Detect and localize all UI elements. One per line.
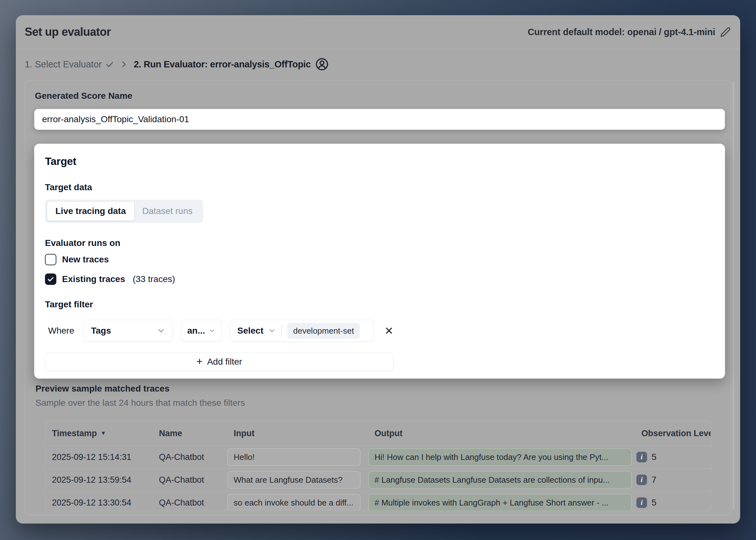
existing-traces-count: (33 traces) [133,274,175,284]
default-model-label: Current default model: openai / gpt-4.1-… [528,27,715,37]
existing-traces-label: Existing traces [62,274,125,284]
observation-level-count: 5 [652,497,657,508]
new-traces-checkbox[interactable] [45,254,56,265]
table-body: 2025-09-12 15:14:31 QA-Chatbot Hello! Hi… [46,445,711,511]
filter-row: Where Tags an... Select [45,320,396,342]
observation-level-count: 7 [652,475,657,485]
dialog-scrollbar[interactable] [733,82,734,510]
output-preview-chip: # Multiple invokes with LangGraph + Lang… [368,494,632,511]
input-preview-chip: What are Langfuse Datasets? [227,471,361,489]
observation-level-count: 5 [652,452,657,462]
breadcrumb-step-run-evaluator: 2. Run Evaluator: error-analysis_OffTopi… [134,58,328,71]
tab-dataset-runs[interactable]: Dataset runs [134,202,201,220]
preview-traces-table: Timestamp ▼ Name Input Output Observatio… [45,421,711,511]
filter-value-placeholder: Select [237,326,263,336]
breadcrumb: 1. Select Evaluator 2. Run Evaluator: er… [25,58,329,71]
preview-title: Preview sample matched traces [36,384,169,394]
filter-operator-value: an... [187,326,205,336]
generated-score-name-label: Generated Score Name [35,91,132,101]
chevron-down-icon [268,327,276,335]
timestamp-cell: 2025-09-12 13:30:54 [46,498,153,508]
target-data-label: Target data [45,182,92,193]
evaluator-config-panel: Generated Score Name Target Target data … [25,80,731,515]
output-preview-chip: Hi! How can I help with Langfuse today? … [368,448,632,466]
filter-value-select[interactable]: Select development-set [230,320,374,342]
target-filter-label: Target filter [45,300,93,310]
chevron-right-icon [120,60,128,68]
vertical-divider [281,324,282,338]
output-cell: # Langfuse Datasets Langfuse Datasets ar… [368,471,635,489]
filter-column-value: Tags [91,326,111,336]
chevron-down-icon [157,326,166,335]
add-filter-label: Add filter [207,357,242,367]
generated-score-name-input[interactable] [34,109,725,130]
new-traces-label: New traces [62,254,109,265]
target-data-tabs: Live tracing data Dataset runs [45,200,203,223]
filter-column-select[interactable]: Tags [83,320,173,342]
target-card: Target Target data Live tracing data Dat… [34,144,725,379]
observation-levels-cell: i 7 [635,474,711,485]
filter-operator-select[interactable]: an... [181,320,222,342]
page-title: Set up evaluator [25,25,111,39]
output-cell: # Multiple invokes with LangGraph + Lang… [368,494,635,511]
timestamp-header-label: Timestamp [52,429,97,438]
edit-model-pencil-icon[interactable] [720,27,731,37]
user-circle-icon [315,58,329,71]
input-cell: Hello! [227,448,368,466]
timestamp-cell: 2025-09-12 13:59:54 [46,475,153,485]
remove-filter-icon[interactable]: ✕ [382,324,396,338]
setup-evaluator-dialog: Set up evaluator Current default model: … [16,15,740,523]
plus-icon: + [196,355,203,367]
chevron-down-icon [209,327,216,334]
default-model-note: Current default model: openai / gpt-4.1-… [528,27,731,37]
table-header-row: Timestamp ▼ Name Input Output Observatio… [46,421,711,445]
existing-traces-option: Existing traces (33 traces) [45,273,175,285]
evaluator-runs-on-label: Evaluator runs on [45,238,120,248]
column-header-name: Name [153,429,227,438]
where-label: Where [48,326,74,336]
sort-descending-icon: ▼ [101,430,106,437]
tab-live-tracing-data[interactable]: Live tracing data [47,202,134,220]
target-title: Target [45,155,76,168]
check-icon [105,60,114,69]
output-preview-chip: # Langfuse Datasets Langfuse Datasets ar… [368,471,632,489]
existing-traces-checkbox[interactable] [45,273,56,285]
input-preview-chip: so each invoke should be a diff... [227,494,361,511]
input-cell: What are Langfuse Datasets? [227,471,368,489]
step1-label: 1. Select Evaluator [25,59,102,69]
dialog-header: Set up evaluator Current default model: … [16,15,740,50]
observation-levels-cell: i 5 [635,452,711,463]
name-cell: QA-Chatbot [153,498,227,508]
column-header-observation-levels: Observation Levels [635,429,711,438]
table-row: 2025-09-12 13:59:54 QA-Chatbot What are … [46,468,711,491]
info-icon: i [636,452,647,463]
input-cell: so each invoke should be a diff... [227,494,368,511]
name-cell: QA-Chatbot [153,452,227,462]
info-icon: i [636,474,647,485]
filter-value-chip[interactable]: development-set [287,323,360,339]
breadcrumb-step-select-evaluator[interactable]: 1. Select Evaluator [25,59,114,69]
new-traces-option: New traces [45,254,109,265]
step2-label: 2. Run Evaluator: error-analysis_OffTopi… [134,59,311,69]
column-header-input: Input [227,429,368,438]
name-cell: QA-Chatbot [153,475,227,485]
observation-levels-cell: i 5 [635,497,711,508]
info-icon: i [636,497,647,508]
table-row: 2025-09-12 15:14:31 QA-Chatbot Hello! Hi… [46,445,711,468]
add-filter-button[interactable]: + Add filter [45,352,393,371]
output-cell: Hi! How can I help with Langfuse today? … [368,448,635,466]
input-preview-chip: Hello! [227,448,361,466]
column-header-timestamp[interactable]: Timestamp ▼ [46,429,153,438]
preview-subtitle: Sample over the last 24 hours that match… [36,398,245,408]
timestamp-cell: 2025-09-12 15:14:31 [46,452,153,462]
column-header-output: Output [368,429,635,438]
table-row: 2025-09-12 13:30:54 QA-Chatbot so each i… [46,491,711,511]
